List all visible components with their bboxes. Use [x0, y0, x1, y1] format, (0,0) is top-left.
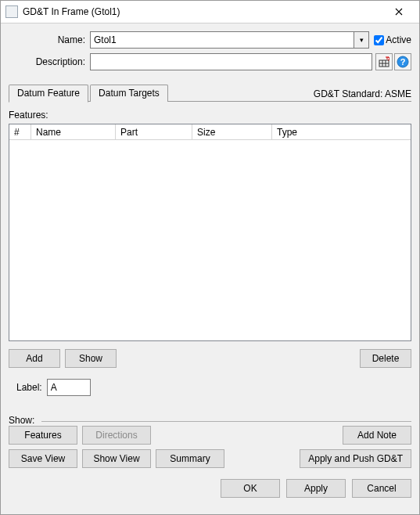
gdt-standard-label: GD&T Standard: ASME — [314, 88, 411, 102]
close-icon — [395, 8, 403, 16]
show-button[interactable]: Show — [65, 349, 117, 368]
label-input[interactable] — [47, 379, 91, 396]
grid-icon — [379, 56, 389, 67]
directions-button[interactable]: Directions — [82, 426, 151, 445]
label-row: Label: — [16, 379, 411, 396]
name-row: Name: ▾ Active — [9, 31, 411, 49]
close-button[interactable] — [383, 2, 415, 21]
cancel-button[interactable]: Cancel — [352, 479, 411, 498]
svg-text:?: ? — [400, 57, 406, 67]
tab-datum-feature[interactable]: Datum Feature — [9, 85, 88, 103]
save-view-button[interactable]: Save View — [9, 449, 77, 468]
name-input[interactable] — [90, 31, 354, 49]
tab-datum-targets[interactable]: Datum Targets — [90, 85, 168, 102]
active-label: Active — [386, 34, 411, 45]
col-size[interactable]: Size — [192, 124, 272, 140]
client-area: Name: ▾ Active Description: — [1, 23, 419, 514]
app-icon — [5, 5, 18, 18]
help-icon: ? — [397, 56, 409, 68]
titlebar: GD&T In Frame (Gtol1) — [1, 1, 419, 23]
show-view-button[interactable]: Show View — [82, 449, 151, 468]
ok-button[interactable]: OK — [221, 479, 280, 498]
show-row-1: Features Directions Add Note — [9, 426, 411, 445]
show-group-body: Features Directions Add Note Save View S… — [9, 423, 411, 468]
apply-button[interactable]: Apply — [286, 479, 346, 498]
description-row: Description: ? — [9, 53, 411, 70]
features-section: Features: # Name Part Size Type Add Show… — [9, 110, 411, 396]
col-name[interactable]: Name — [31, 124, 116, 140]
name-combo[interactable]: ▾ — [90, 31, 369, 49]
chevron-down-icon: ▾ — [360, 36, 364, 44]
col-number[interactable]: # — [9, 124, 31, 140]
col-type[interactable]: Type — [272, 124, 411, 140]
show-group-separator — [41, 421, 411, 422]
delete-button[interactable]: Delete — [360, 349, 411, 368]
features-buttons: Add Show Delete — [9, 349, 411, 368]
active-checkbox-wrap[interactable]: Active — [374, 34, 411, 45]
active-checkbox[interactable] — [374, 35, 384, 45]
show-group: Show: Features Directions Add Note Save … — [9, 415, 411, 468]
add-note-button[interactable]: Add Note — [343, 426, 411, 445]
description-input[interactable] — [90, 53, 372, 70]
description-label: Description: — [9, 56, 90, 67]
show-group-title: Show: — [9, 415, 38, 426]
show-row-2: Save View Show View Summary Apply and Pu… — [9, 449, 411, 468]
tab-strip: Datum Feature Datum Targets GD&T Standar… — [9, 85, 411, 102]
help-button[interactable]: ? — [394, 53, 411, 70]
gdt-builder-button[interactable] — [375, 53, 393, 70]
window-title: GD&T In Frame (Gtol1) — [23, 6, 383, 17]
apply-and-push-button[interactable]: Apply and Push GD&T — [300, 449, 411, 468]
desc-icon-group: ? — [375, 53, 411, 70]
features-button[interactable]: Features — [9, 426, 77, 445]
name-combo-dropdown[interactable]: ▾ — [354, 31, 369, 49]
dialog-buttons: OK Apply Cancel — [9, 479, 411, 498]
features-table-body[interactable] — [9, 141, 411, 340]
dialog-window: GD&T In Frame (Gtol1) Name: ▾ Active Des… — [0, 0, 420, 515]
features-label: Features: — [9, 110, 411, 121]
features-table-header: # Name Part Size Type — [9, 124, 411, 141]
label-field-label: Label: — [16, 382, 42, 393]
name-label: Name: — [9, 34, 90, 45]
summary-button[interactable]: Summary — [156, 449, 224, 468]
features-table[interactable]: # Name Part Size Type — [9, 124, 411, 341]
col-part[interactable]: Part — [116, 124, 192, 140]
add-button[interactable]: Add — [9, 349, 60, 368]
